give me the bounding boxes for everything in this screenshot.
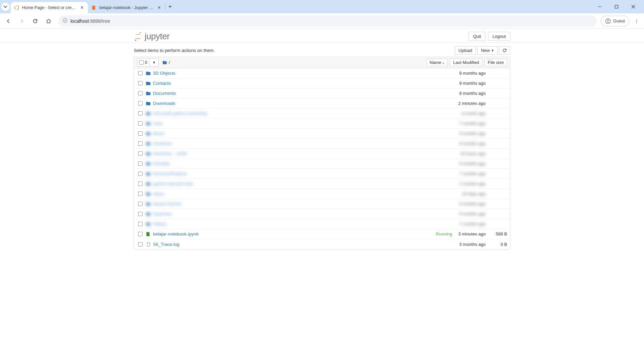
tab-title: belajar-notebook - Jupyter Not — [99, 5, 155, 10]
row-name[interactable]: Music — [153, 131, 165, 136]
row-checkbox[interactable] — [138, 151, 143, 156]
row-checkbox[interactable] — [138, 202, 143, 206]
row-name[interactable]: repos — [153, 191, 164, 196]
list-item: Jobs7 months ago — [134, 119, 510, 129]
list-item: Searches9 months ago — [134, 209, 510, 219]
row-modified: 9 months ago — [453, 161, 487, 166]
row-name[interactable]: Saved Games — [153, 201, 182, 206]
new-dropdown[interactable]: New▼ — [477, 46, 498, 55]
new-tab-button[interactable]: + — [165, 3, 175, 10]
list-item: Saved Games9 months ago — [134, 199, 510, 209]
row-name[interactable]: belajar-notebook.ipynb — [153, 231, 199, 236]
row-checkbox[interactable] — [138, 101, 143, 106]
tabs-dropdown[interactable] — [1, 3, 11, 11]
folder-solid-icon — [162, 60, 167, 65]
row-modified: 9 months ago — [453, 81, 487, 86]
row-checkbox[interactable] — [138, 81, 143, 85]
row-modified: 7 months ago — [453, 221, 487, 226]
row-checkbox[interactable] — [138, 91, 143, 95]
row-checkbox[interactable] — [138, 242, 143, 247]
browser-tab-strip: Home Page - Select or create a × belajar… — [0, 0, 644, 13]
row-checkbox[interactable] — [138, 222, 143, 226]
tab-home-page[interactable]: Home Page - Select or create a × — [11, 2, 88, 13]
notebook-icon — [91, 5, 97, 10]
row-checkbox[interactable] — [138, 71, 143, 75]
row-modified: 9 months ago — [453, 201, 487, 206]
folder-icon — [146, 121, 151, 126]
sort-name-button[interactable]: Name ↓ — [426, 59, 448, 66]
row-checkbox[interactable] — [138, 111, 143, 116]
sort-modified-button[interactable]: Last Modified — [450, 59, 482, 66]
row-name[interactable]: Downloads — [153, 101, 175, 106]
row-checkbox[interactable] — [138, 171, 143, 176]
refresh-button[interactable] — [499, 46, 510, 55]
folder-icon — [146, 91, 151, 96]
page-scroll-area[interactable]: jupyter Quit Logout Select items to perf… — [0, 29, 644, 345]
close-window-button[interactable] — [627, 1, 640, 12]
url-input[interactable]: localhost:8888/tree — [58, 15, 597, 27]
row-checkbox[interactable] — [138, 131, 143, 136]
quit-button[interactable]: Quit — [469, 32, 485, 41]
row-checkbox[interactable] — [138, 232, 143, 236]
row-modified: 18 days ago — [453, 191, 487, 196]
close-icon[interactable]: × — [158, 5, 162, 11]
row-checkbox[interactable] — [138, 192, 143, 196]
row-name[interactable]: Contacts — [153, 81, 171, 86]
list-item: belajar-notebook.ipynbRunning3 minutes a… — [134, 229, 510, 239]
list-item: Documents8 months ago — [134, 88, 510, 98]
row-checkbox[interactable] — [138, 182, 143, 186]
folder-icon — [146, 131, 151, 136]
row-checkbox[interactable] — [138, 121, 143, 126]
back-button[interactable] — [3, 15, 14, 27]
upload-button[interactable]: Upload — [455, 46, 476, 55]
row-name[interactable]: Videos — [153, 221, 167, 226]
file-list-panel: 0 ▼ / Name ↓ Last Modified File size 3D … — [134, 57, 510, 250]
jupyter-logo-text: jupyter — [145, 31, 170, 42]
row-name[interactable]: Jobs — [153, 121, 163, 126]
profile-guest-button[interactable]: Guest — [601, 16, 629, 26]
row-name[interactable]: Portable — [153, 161, 170, 166]
maximize-button[interactable] — [610, 1, 623, 12]
site-info-icon[interactable] — [62, 18, 68, 24]
list-item: Contacts9 months ago — [134, 78, 510, 88]
forward-button[interactable] — [16, 15, 28, 27]
row-name[interactable]: microsoft-python-workshop — [153, 111, 207, 116]
row-checkbox[interactable] — [138, 141, 143, 146]
row-name[interactable]: OneDrive — [153, 141, 172, 146]
row-name[interactable]: PycharmProjects — [153, 171, 187, 176]
list-item: Music9 months ago — [134, 129, 510, 139]
folder-icon — [146, 71, 151, 76]
row-checkbox[interactable] — [138, 161, 143, 166]
row-name[interactable]: OneDrive - UGM — [153, 151, 187, 156]
folder-icon — [146, 141, 151, 146]
logout-button[interactable]: Logout — [488, 32, 510, 41]
person-icon — [605, 18, 611, 24]
selection-count: 0 — [145, 60, 147, 65]
row-modified: 9 months ago — [453, 211, 487, 216]
tab-belajar-notebook[interactable]: belajar-notebook - Jupyter Not × — [88, 2, 165, 13]
chevron-down-icon[interactable]: ▼ — [150, 59, 158, 66]
select-all-control[interactable]: 0 ▼ — [137, 58, 159, 67]
folder-icon — [146, 101, 151, 106]
jupyter-logo[interactable]: jupyter — [134, 31, 170, 42]
svg-point-12 — [135, 40, 136, 41]
home-button[interactable] — [43, 15, 54, 27]
reload-button[interactable] — [30, 15, 41, 27]
list-item: Videos7 months ago — [134, 219, 510, 229]
breadcrumb[interactable]: / — [162, 60, 170, 65]
browser-menu-button[interactable]: ⋮ — [631, 18, 641, 23]
row-name[interactable]: 3D Objects — [153, 71, 175, 76]
row-checkbox[interactable] — [138, 212, 143, 216]
minimize-button[interactable] — [593, 1, 606, 12]
row-name[interactable]: Sti_Trace.log — [153, 242, 179, 247]
close-icon[interactable]: × — [80, 5, 85, 11]
row-modified: 8 months ago — [453, 91, 487, 96]
row-name[interactable]: python-harvard-web — [153, 181, 193, 186]
row-modified: 3 minutes ago — [453, 231, 487, 236]
row-name[interactable]: Documents — [153, 91, 176, 96]
select-all-checkbox[interactable] — [139, 60, 144, 65]
sort-size-button[interactable]: File size — [484, 59, 507, 66]
row-modified: 9 months ago — [453, 71, 487, 76]
row-name[interactable]: Searches — [153, 211, 172, 216]
notebook-running-icon — [146, 231, 151, 237]
